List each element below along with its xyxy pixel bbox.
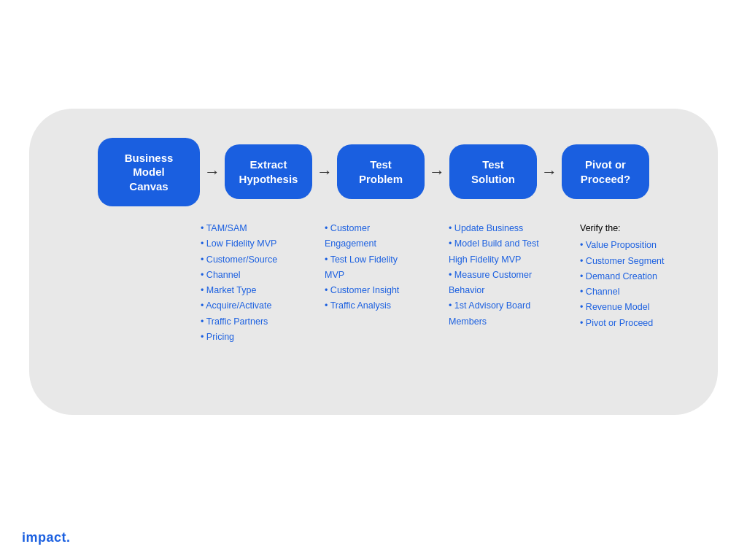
detail-col-test-solution: Update Business Model Build and TestHigh… [443, 221, 552, 345]
arrow-4: → [541, 163, 557, 182]
detail-item: Traffic Analysis [325, 298, 415, 314]
spacer-1 [173, 221, 195, 345]
detail-item: Channel [201, 268, 291, 283]
detail-item: Market Type [201, 283, 291, 298]
detail-item: Value Proposition [580, 238, 670, 253]
stage-extract-hypothesis: ExtractHypothesis [225, 144, 312, 199]
arrow-3: → [429, 163, 445, 182]
detail-item: 1st Advisory BoardMembers [449, 298, 546, 330]
detail-item: Measure CustomerBehavior [449, 268, 546, 299]
detail-item: Low Fidelity MVP [201, 236, 291, 252]
detail-item: Update Business [449, 221, 546, 236]
detail-col-extract-hypothesis: TAM/SAM Low Fidelity MVP Customer/Source… [195, 221, 297, 345]
detail-item: Model Build and TestHigh Fidelity MVP [449, 236, 546, 268]
detail-col-test-problem: Customer Engagement Test Low Fidelity MV… [319, 221, 421, 345]
stage-test-solution: TestSolution [449, 144, 537, 199]
stage-box-pivot-proceed: Pivot orProceed? [562, 144, 649, 199]
verify-label: Verify the: [580, 221, 670, 236]
stage-test-problem: TestProblem [337, 144, 425, 199]
detail-item: Pricing [201, 330, 291, 345]
detail-item: Revenue Model [580, 300, 670, 315]
detail-item: Test Low Fidelity MVP [325, 252, 415, 284]
detail-col-pivot-proceed: Verify the: Value Proposition Customer S… [574, 221, 676, 345]
stage-box-test-problem: TestProblem [337, 144, 425, 199]
diagram-box: Business ModelCanvas → ExtractHypothesis… [29, 109, 718, 415]
spacer-3 [421, 221, 443, 345]
detail-item: Customer/Source [201, 252, 291, 268]
detail-item: Customer Insight [325, 283, 415, 298]
arrow-2: → [317, 163, 333, 182]
stage-box-test-solution: TestSolution [449, 144, 537, 199]
detail-item: Pivot or Proceed [580, 316, 670, 331]
detail-item: Customer Engagement [325, 221, 415, 252]
detail-col-empty [71, 221, 173, 345]
stage-box-business-model: Business ModelCanvas [98, 138, 200, 207]
detail-item: TAM/SAM [201, 221, 291, 236]
flow-row: Business ModelCanvas → ExtractHypothesis… [51, 138, 696, 207]
detail-item: Demand Creation [580, 269, 670, 284]
arrow-1: → [204, 163, 220, 182]
detail-item: Channel [580, 284, 670, 300]
stage-pivot-proceed: Pivot orProceed? [562, 144, 649, 199]
detail-item: Traffic Partners [201, 314, 291, 330]
details-row: TAM/SAM Low Fidelity MVP Customer/Source… [51, 221, 696, 345]
brand-logo: impact. [22, 530, 725, 545]
stage-business-model: Business ModelCanvas [98, 138, 200, 207]
detail-item: Customer Segment [580, 254, 670, 269]
detail-item: Acquire/Activate [201, 298, 291, 314]
main-container: Business ModelCanvas → ExtractHypothesis… [0, 0, 747, 523]
spacer-4 [552, 221, 574, 345]
spacer-2 [297, 221, 319, 345]
stage-box-extract-hypothesis: ExtractHypothesis [225, 144, 312, 199]
footer: impact. [0, 523, 747, 560]
